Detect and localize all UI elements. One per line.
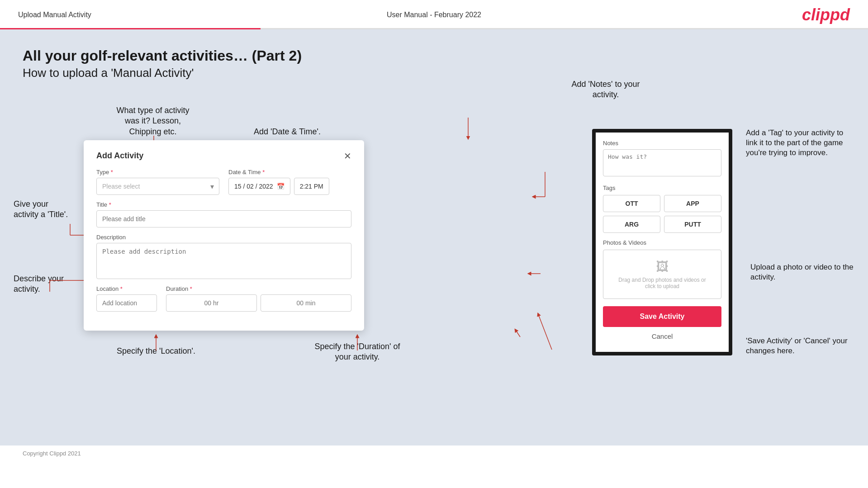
top-bar: Upload Manual Activity User Manual - Feb… bbox=[0, 0, 868, 28]
type-label: Type * bbox=[96, 169, 219, 175]
type-group: Type * Please select ▾ bbox=[96, 169, 219, 195]
duration-label: Duration * bbox=[166, 285, 351, 292]
type-select-wrapper: Please select ▾ bbox=[96, 178, 219, 195]
page-title: Upload Manual Activity bbox=[18, 11, 91, 19]
photos-section: Photos & Videos 🖼 Drag and Drop photos a… bbox=[603, 239, 721, 299]
annotation-datetime: Add 'Date & Time'. bbox=[251, 127, 323, 137]
location-duration-row: Location * Duration * bbox=[96, 285, 351, 312]
datetime-group: Date & Time * 15 / 02 / 2022 📅 2:21 PM bbox=[228, 169, 351, 195]
annotation-title: Give your activity a 'Title'. bbox=[14, 199, 72, 220]
phone-mockup: Notes Tags OTT APP ARG PUTT Photos & Vid… bbox=[592, 129, 732, 355]
date-input[interactable]: 15 / 02 / 2022 📅 bbox=[228, 178, 290, 195]
heading-part2: All your golf-relevant activities… (Part… bbox=[23, 47, 845, 64]
tag-app[interactable]: APP bbox=[664, 195, 721, 212]
modal-header: Add Activity ✕ bbox=[96, 151, 351, 161]
upload-text: Drag and Drop photos and videos or click… bbox=[618, 277, 706, 289]
cancel-link[interactable]: Cancel bbox=[603, 332, 721, 345]
modal-close-button[interactable]: ✕ bbox=[344, 152, 351, 161]
annotation-type: What type of activity was it? Lesson, Ch… bbox=[112, 105, 194, 137]
date-time-group: 15 / 02 / 2022 📅 2:21 PM bbox=[228, 178, 351, 195]
description-group: Description bbox=[96, 234, 351, 279]
duration-group: Duration * bbox=[166, 285, 351, 312]
annotation-location: Specify the 'Location'. bbox=[111, 346, 201, 356]
manual-title: User Manual - February 2022 bbox=[387, 11, 481, 19]
svg-line-15 bbox=[516, 330, 520, 337]
main-content: All your golf-relevant activities… (Part… bbox=[0, 29, 868, 445]
duration-inputs bbox=[166, 294, 351, 312]
location-label: Location * bbox=[96, 285, 157, 292]
datetime-label: Date & Time * bbox=[228, 169, 351, 175]
page-heading: All your golf-relevant activities… (Part… bbox=[23, 47, 845, 80]
heading-subtitle: How to upload a 'Manual Activity' bbox=[23, 66, 845, 80]
phone-content: Notes Tags OTT APP ARG PUTT Photos & Vid… bbox=[596, 133, 729, 352]
duration-hr-input[interactable] bbox=[166, 294, 257, 312]
title-label: Title * bbox=[96, 201, 351, 208]
upload-icon: 🖼 bbox=[612, 259, 712, 274]
description-label: Description bbox=[96, 234, 351, 241]
type-select[interactable]: Please select bbox=[96, 178, 219, 195]
calendar-icon: 📅 bbox=[277, 183, 285, 190]
annotation-upload: Upload a photo or video to the activity. bbox=[750, 262, 854, 282]
annotation-tag: Add a 'Tag' to your activity to link it … bbox=[746, 128, 854, 158]
modal-title: Add Activity bbox=[96, 151, 143, 161]
annotation-duration: Specify the 'Duration' of your activity. bbox=[308, 341, 407, 363]
svg-line-14 bbox=[538, 314, 552, 350]
footer: Copyright Clippd 2021 bbox=[0, 445, 868, 461]
copyright: Copyright Clippd 2021 bbox=[23, 450, 81, 457]
tags-label: Tags bbox=[603, 185, 721, 191]
tags-grid: OTT APP ARG PUTT bbox=[603, 195, 721, 233]
annotation-save: 'Save Activity' or 'Cancel' your changes… bbox=[746, 336, 854, 356]
upload-area[interactable]: 🖼 Drag and Drop photos and videos or cli… bbox=[603, 250, 721, 299]
notes-label: Notes bbox=[603, 140, 721, 147]
tag-arg[interactable]: ARG bbox=[603, 216, 660, 233]
add-activity-modal: Add Activity ✕ Type * Please select ▾ Da… bbox=[84, 140, 364, 331]
tag-ott[interactable]: OTT bbox=[603, 195, 660, 212]
time-input[interactable]: 2:21 PM bbox=[294, 178, 329, 195]
annotation-description: Describe your activity. bbox=[14, 274, 72, 295]
annotation-notes: Add 'Notes' to your activity. bbox=[565, 79, 646, 100]
duration-min-input[interactable] bbox=[261, 294, 351, 312]
location-input[interactable] bbox=[96, 294, 157, 312]
type-datetime-row: Type * Please select ▾ Date & Time * 15 … bbox=[96, 169, 351, 195]
description-textarea[interactable] bbox=[96, 243, 351, 279]
title-input[interactable] bbox=[96, 210, 351, 227]
save-activity-button[interactable]: Save Activity bbox=[603, 306, 721, 327]
photos-label: Photos & Videos bbox=[603, 239, 721, 246]
tag-putt[interactable]: PUTT bbox=[664, 216, 721, 233]
notes-section: Notes bbox=[603, 140, 721, 178]
clippd-logo: clippd bbox=[802, 5, 850, 24]
notes-textarea[interactable] bbox=[603, 149, 721, 176]
title-group: Title * bbox=[96, 201, 351, 227]
location-group: Location * bbox=[96, 285, 157, 312]
tags-section: Tags OTT APP ARG PUTT bbox=[603, 185, 721, 233]
